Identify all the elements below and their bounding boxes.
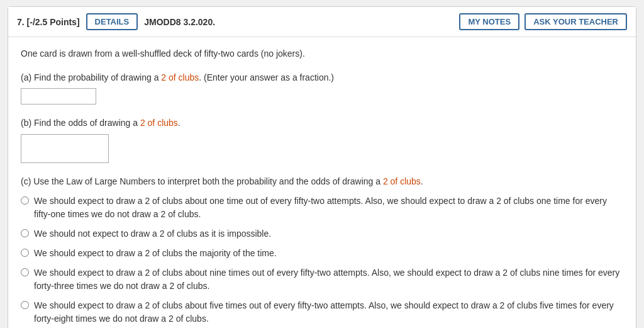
radio-option-5: We should expect to draw a 2 of clubs ab… <box>21 299 623 325</box>
part-b-text-before: (b) Find the odds of drawing a <box>21 118 140 128</box>
part-c-highlight: 2 of clubs <box>383 176 421 186</box>
my-notes-button[interactable]: MY NOTES <box>459 13 519 30</box>
radio-option-3: We should expect to draw a 2 of clubs th… <box>21 247 623 260</box>
details-button[interactable]: DETAILS <box>86 13 138 30</box>
part-b: (b) Find the odds of drawing a 2 of club… <box>21 116 623 162</box>
radio-4[interactable] <box>21 268 29 276</box>
part-a-label: (a) Find the probability of drawing a 2 … <box>21 72 334 82</box>
radio-option-1: We should expect to draw a 2 of clubs ab… <box>21 195 623 221</box>
radio-option-2: We should not expect to draw a 2 of club… <box>21 227 623 240</box>
part-a-highlight: 2 of clubs <box>161 72 199 82</box>
part-a-text-before: (a) Find the probability of drawing a <box>21 72 161 82</box>
part-b-highlight: 2 of clubs <box>140 118 178 128</box>
intro-text: One card is drawn from a well-shuffled d… <box>21 47 623 60</box>
ask-teacher-button[interactable]: ASK YOUR TEACHER <box>525 13 627 30</box>
radio-2[interactable] <box>21 229 29 237</box>
radio-text-4: We should expect to draw a 2 of clubs ab… <box>34 266 623 293</box>
question-code: JMODD8 3.2.020. <box>144 17 459 27</box>
part-a-text-after: . (Enter your answer as a fraction.) <box>199 72 334 82</box>
part-c-text-before: (c) Use the Law of Large Numbers to inte… <box>21 176 383 186</box>
radio-3[interactable] <box>21 249 29 257</box>
question-number: 7. [-/2.5 Points] <box>17 17 80 27</box>
question-container: 7. [-/2.5 Points] DETAILS JMODD8 3.2.020… <box>8 6 636 328</box>
part-a: (a) Find the probability of drawing a 2 … <box>21 71 623 105</box>
part-c: (c) Use the Law of Large Numbers to inte… <box>21 174 623 325</box>
part-c-label: (c) Use the Law of Large Numbers to inte… <box>21 174 623 188</box>
part-a-input[interactable] <box>21 88 96 105</box>
radio-text-3: We should expect to draw a 2 of clubs th… <box>34 247 277 260</box>
radio-text-1: We should expect to draw a 2 of clubs ab… <box>34 195 623 221</box>
part-b-input[interactable] <box>21 134 109 163</box>
radio-1[interactable] <box>21 196 29 205</box>
part-b-text-after: . <box>178 118 180 128</box>
radio-text-5: We should expect to draw a 2 of clubs ab… <box>34 299 623 325</box>
question-header: 7. [-/2.5 Points] DETAILS JMODD8 3.2.020… <box>8 7 636 37</box>
radio-option-4: We should expect to draw a 2 of clubs ab… <box>21 266 623 293</box>
part-b-label: (b) Find the odds of drawing a 2 of club… <box>21 118 180 128</box>
question-content: One card is drawn from a well-shuffled d… <box>8 37 636 328</box>
radio-5[interactable] <box>21 301 29 309</box>
radio-text-2: We should not expect to draw a 2 of club… <box>34 227 271 240</box>
header-actions: MY NOTES ASK YOUR TEACHER <box>459 13 627 30</box>
part-c-text-after: . <box>421 176 423 186</box>
